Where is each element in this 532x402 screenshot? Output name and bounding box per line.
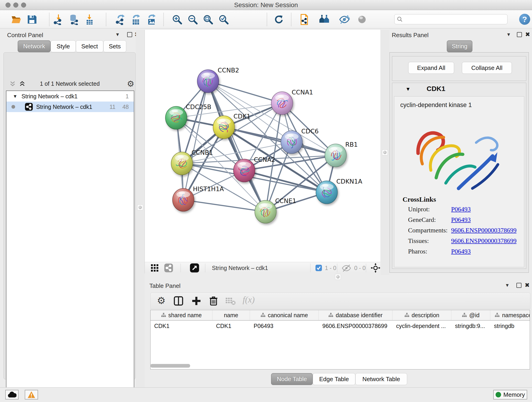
open-view-arrow-icon[interactable] bbox=[190, 263, 199, 273]
zoom-in-icon[interactable] bbox=[172, 14, 183, 25]
section-expander-icon[interactable]: ▼ bbox=[405, 86, 411, 92]
zoom-out-icon[interactable] bbox=[187, 14, 198, 25]
zoom-window-button[interactable] bbox=[21, 2, 26, 7]
network-node-ccnb2[interactable] bbox=[197, 70, 219, 93]
close-panel-icon[interactable]: ✖ bbox=[525, 31, 530, 38]
birdseye-grid-icon[interactable] bbox=[151, 264, 158, 272]
network-node-rb1[interactable] bbox=[325, 144, 346, 167]
collapse-panel-icon[interactable]: ▾ bbox=[506, 282, 509, 288]
network-edge[interactable] bbox=[224, 127, 336, 155]
node-label: CDC25B bbox=[186, 103, 211, 110]
fit-content-crosshair-icon[interactable] bbox=[371, 263, 380, 273]
save-session-icon[interactable] bbox=[26, 14, 37, 25]
export-network-icon[interactable] bbox=[115, 14, 126, 25]
tab-network[interactable]: Network bbox=[18, 40, 51, 52]
right-splitter[interactable] bbox=[380, 30, 389, 275]
network-share-badge-icon[interactable] bbox=[164, 263, 173, 273]
export-image-icon[interactable] bbox=[146, 14, 157, 25]
delete-column-trash-icon[interactable] bbox=[209, 296, 218, 306]
delete-table-icon[interactable] bbox=[225, 296, 236, 306]
search-field[interactable] bbox=[394, 14, 507, 24]
import-network-file-icon[interactable] bbox=[53, 14, 64, 25]
tab-select[interactable]: Select bbox=[76, 40, 103, 52]
column-type-icon bbox=[404, 313, 409, 318]
network-row[interactable]: String Network – cdk1 11 48 bbox=[6, 102, 134, 112]
network-collection-row[interactable]: ▼ String Network – cdk1 1 bbox=[6, 91, 134, 102]
table-options-gear-icon[interactable]: ⚙ bbox=[157, 295, 166, 306]
splitter-handle[interactable] bbox=[382, 149, 388, 155]
collapse-all-button[interactable]: Collapse All bbox=[462, 62, 512, 74]
selected-checkbox-icon[interactable] bbox=[315, 264, 322, 271]
splitter-handle[interactable] bbox=[335, 274, 341, 280]
network-node-ccna1[interactable] bbox=[271, 92, 293, 115]
crosslink-link[interactable]: 9606.ENSP00000378699 bbox=[451, 237, 516, 245]
refresh-layout-icon[interactable] bbox=[273, 14, 284, 25]
import-network-database-icon[interactable] bbox=[69, 14, 80, 25]
table-row[interactable]: CDK1 CDK1 P06493 9606.ENSP00000378699 cy… bbox=[151, 321, 530, 331]
tab-style[interactable]: Style bbox=[51, 40, 76, 52]
import-table-file-icon[interactable] bbox=[84, 14, 95, 25]
network-node-cdk1[interactable] bbox=[213, 116, 234, 139]
export-table-icon[interactable] bbox=[130, 14, 141, 25]
create-column-plus-icon[interactable] bbox=[191, 296, 201, 306]
network-node-ccnb1[interactable] bbox=[171, 152, 193, 175]
selected-counts: 1 - 0 bbox=[325, 265, 336, 271]
cloud-status-button[interactable] bbox=[5, 390, 19, 400]
close-panel-icon[interactable]: ✖ bbox=[525, 282, 530, 288]
show-columns-icon[interactable] bbox=[173, 296, 184, 306]
crosslink-link[interactable]: 9606.ENSP00000378699 bbox=[451, 227, 516, 234]
network-canvas[interactable]: CCNB2CCNA1CDC25BCDK1CDC6RB1CCNB1CCNA2CDK… bbox=[145, 30, 380, 262]
tree-expander-icon[interactable]: ▼ bbox=[13, 94, 17, 99]
network-edge[interactable] bbox=[183, 81, 208, 200]
home-networks-icon[interactable] bbox=[319, 14, 330, 25]
footer-separator bbox=[337, 264, 337, 272]
crosslink-link[interactable]: P06493 bbox=[451, 206, 471, 213]
control-panel: Control Panel ▾ ✖ Network Style Select S… bbox=[3, 30, 136, 379]
node-table[interactable]: shared name name canonical name database… bbox=[150, 310, 530, 370]
function-builder-icon[interactable]: f(x) bbox=[243, 294, 255, 305]
float-panel-icon[interactable] bbox=[517, 32, 522, 37]
status-bar: Memory bbox=[0, 387, 532, 402]
network-node-cdkn1a[interactable] bbox=[316, 181, 337, 204]
network-tree: ▼ String Network – cdk1 1 String Network… bbox=[6, 90, 134, 400]
zoom-fit-icon[interactable] bbox=[203, 14, 214, 25]
float-panel-icon[interactable] bbox=[127, 32, 132, 37]
close-window-button[interactable] bbox=[6, 2, 11, 7]
crosslink-link[interactable]: P06493 bbox=[451, 216, 471, 223]
help-icon[interactable]: ? bbox=[519, 14, 530, 25]
tab-node-table[interactable]: Node Table bbox=[271, 373, 313, 385]
splitter-handle[interactable] bbox=[137, 204, 143, 211]
tab-string[interactable]: String bbox=[447, 40, 472, 52]
tab-network-table[interactable]: Network Table bbox=[355, 373, 407, 385]
expand-all-button[interactable]: Expand All bbox=[408, 62, 454, 74]
hidden-eye-icon[interactable] bbox=[341, 264, 351, 272]
open-session-icon[interactable] bbox=[11, 14, 22, 25]
network-node-cdc6[interactable] bbox=[281, 131, 302, 153]
left-splitter[interactable] bbox=[136, 30, 145, 387]
network-node-hist1h1a[interactable] bbox=[172, 188, 194, 211]
minimize-window-button[interactable] bbox=[13, 2, 18, 7]
tab-sets[interactable]: Sets bbox=[103, 40, 126, 52]
warnings-button[interactable] bbox=[25, 390, 38, 400]
horizontal-splitter[interactable] bbox=[145, 274, 380, 281]
memory-button[interactable]: Memory bbox=[493, 390, 527, 400]
collapse-panel-icon[interactable]: ▾ bbox=[507, 31, 510, 38]
tab-edge-table[interactable]: Edge Table bbox=[313, 373, 355, 385]
share-document-icon[interactable] bbox=[299, 14, 310, 25]
show-eye-icon[interactable] bbox=[356, 14, 367, 25]
collapse-panel-icon[interactable]: ▾ bbox=[116, 31, 119, 38]
horizontal-scrollbar[interactable] bbox=[150, 364, 190, 368]
hide-panel-eye-icon[interactable] bbox=[339, 14, 350, 25]
zoom-selected-icon[interactable] bbox=[218, 14, 229, 25]
search-input[interactable] bbox=[403, 16, 501, 22]
network-selected-status: 1 of 1 Network selected bbox=[6, 80, 133, 87]
network-options-gear-icon[interactable]: ⚙ bbox=[127, 79, 134, 89]
float-panel-icon[interactable] bbox=[516, 283, 521, 288]
toolbar-separator bbox=[106, 13, 106, 26]
network-node-ccna2[interactable] bbox=[234, 159, 255, 182]
network-edge[interactable] bbox=[183, 200, 266, 212]
network-node-cdc25b[interactable] bbox=[165, 106, 187, 129]
crosslink-link[interactable]: P06493 bbox=[451, 248, 471, 255]
cdk1-details-box: cyclin-dependent kinase 1 CrossLinks U bbox=[394, 96, 524, 267]
network-node-ccne1[interactable] bbox=[255, 200, 276, 223]
